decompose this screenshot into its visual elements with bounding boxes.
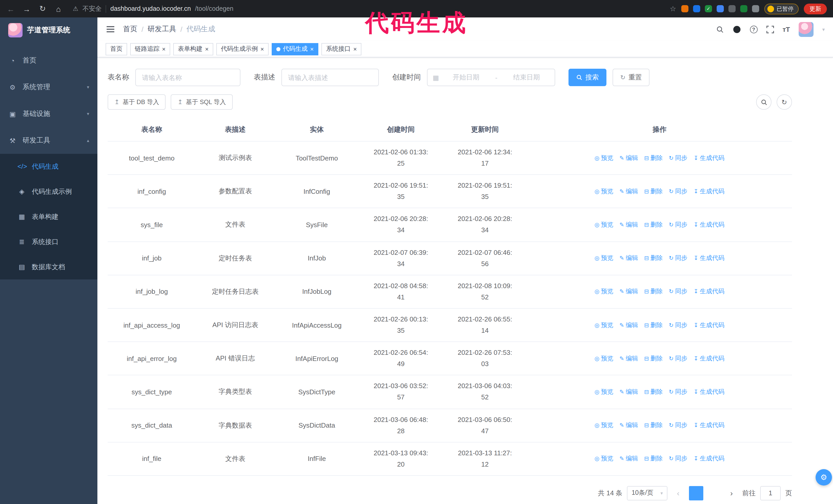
action-sync-link[interactable]: ↻同步 bbox=[669, 187, 687, 196]
forward-icon[interactable]: → bbox=[22, 4, 31, 13]
action-delete-link[interactable]: ⊟删除 bbox=[644, 287, 663, 296]
extension-puzzle-icon[interactable] bbox=[752, 5, 759, 12]
action-edit-link[interactable]: ✎编辑 bbox=[619, 153, 638, 162]
action-sync-link[interactable]: ↻同步 bbox=[669, 421, 687, 430]
action-delete-link[interactable]: ⊟删除 bbox=[644, 388, 663, 396]
action-download-link[interactable]: ↧生成代码 bbox=[694, 287, 724, 296]
tab-tag[interactable]: 链路追踪 × bbox=[130, 43, 170, 55]
chevron-down-icon[interactable]: ▾ bbox=[822, 26, 825, 32]
action-delete-link[interactable]: ⊟删除 bbox=[644, 153, 663, 162]
action-eye-link[interactable]: ◎预览 bbox=[595, 388, 613, 396]
action-eye-link[interactable]: ◎预览 bbox=[595, 153, 613, 162]
action-sync-link[interactable]: ↻同步 bbox=[669, 254, 687, 263]
next-page-button[interactable]: › bbox=[725, 489, 738, 498]
action-download-link[interactable]: ↧生成代码 bbox=[694, 187, 724, 196]
action-sync-link[interactable]: ↻同步 bbox=[669, 153, 687, 162]
action-eye-link[interactable]: ◎预览 bbox=[595, 287, 613, 296]
sidebar-subitem-api[interactable]: ≣ 系统接口 bbox=[0, 229, 97, 254]
github-icon[interactable] bbox=[732, 25, 741, 33]
action-edit-link[interactable]: ✎编辑 bbox=[619, 354, 638, 363]
action-edit-link[interactable]: ✎编辑 bbox=[619, 321, 638, 330]
action-eye-link[interactable]: ◎预览 bbox=[595, 220, 613, 229]
fullscreen-icon[interactable] bbox=[766, 25, 774, 33]
action-delete-link[interactable]: ⊟删除 bbox=[644, 455, 663, 463]
action-download-link[interactable]: ↧生成代码 bbox=[694, 455, 724, 463]
tab-tag[interactable]: 代码生成 × bbox=[272, 43, 318, 55]
sidebar-item-gear[interactable]: ⚙ 系统管理 ▾ bbox=[0, 74, 97, 100]
action-delete-link[interactable]: ⊟删除 bbox=[644, 220, 663, 229]
page-size-select[interactable]: 10条/页 ▾ bbox=[627, 486, 667, 500]
sidebar-subitem-example[interactable]: ◈ 代码生成示例 bbox=[0, 179, 97, 204]
collapse-menu-icon[interactable] bbox=[105, 24, 115, 34]
action-edit-link[interactable]: ✎编辑 bbox=[619, 455, 638, 463]
tab-tag[interactable]: 代码生成示例 × bbox=[216, 43, 269, 55]
action-download-link[interactable]: ↧生成代码 bbox=[694, 254, 724, 263]
home-icon[interactable]: ⌂ bbox=[54, 4, 63, 13]
user-avatar[interactable] bbox=[799, 22, 813, 37]
app-logo[interactable]: 芋道管理系统 bbox=[0, 18, 97, 43]
breadcrumb-tools[interactable]: 研发工具 bbox=[148, 25, 176, 34]
page-number-button[interactable] bbox=[689, 486, 703, 500]
action-sync-link[interactable]: ↻同步 bbox=[669, 287, 687, 296]
action-delete-link[interactable]: ⊟删除 bbox=[644, 354, 663, 363]
page-number-button[interactable] bbox=[706, 486, 721, 500]
reset-button[interactable]: ↻ 重置 bbox=[613, 69, 649, 86]
action-delete-link[interactable]: ⊟删除 bbox=[644, 321, 663, 330]
sidebar-item-tools[interactable]: ⚒ 研发工具 ▴ bbox=[0, 127, 97, 154]
paused-badge[interactable]: 已暂停 bbox=[764, 3, 799, 14]
import-sql-button[interactable]: ↥ 基于 SQL 导入 bbox=[171, 94, 233, 110]
tab-tag[interactable]: 系统接口 × bbox=[322, 43, 361, 55]
extension-green-leaf-icon[interactable] bbox=[740, 5, 747, 12]
action-edit-link[interactable]: ✎编辑 bbox=[619, 388, 638, 396]
action-eye-link[interactable]: ◎预览 bbox=[595, 321, 613, 330]
extension-dark-icon[interactable] bbox=[729, 5, 736, 12]
close-icon[interactable]: × bbox=[353, 46, 357, 52]
toggle-search-button[interactable] bbox=[756, 94, 771, 110]
sidebar-subitem-form[interactable]: ▦ 表单构建 bbox=[0, 204, 97, 229]
extension-blue-grid-icon[interactable] bbox=[717, 5, 724, 12]
close-icon[interactable]: × bbox=[260, 46, 264, 52]
action-delete-link[interactable]: ⊟删除 bbox=[644, 254, 663, 263]
refresh-table-button[interactable]: ↻ bbox=[777, 94, 792, 110]
action-download-link[interactable]: ↧生成代码 bbox=[694, 321, 724, 330]
date-range-picker[interactable]: ▦ 开始日期 - 结束日期 bbox=[427, 69, 555, 86]
sidebar-item-infrastructure[interactable]: ▣ 基础设施 ▾ bbox=[0, 100, 97, 127]
address-bar[interactable]: ⚠ 不安全 dashboard.yudao.iocoder.cn/tool/co… bbox=[73, 4, 234, 13]
back-icon[interactable]: ← bbox=[6, 4, 15, 13]
action-delete-link[interactable]: ⊟删除 bbox=[644, 187, 663, 196]
close-icon[interactable]: × bbox=[205, 46, 209, 52]
action-eye-link[interactable]: ◎预览 bbox=[595, 455, 613, 463]
action-sync-link[interactable]: ↻同步 bbox=[669, 321, 687, 330]
action-edit-link[interactable]: ✎编辑 bbox=[619, 187, 638, 196]
action-edit-link[interactable]: ✎编辑 bbox=[619, 220, 638, 229]
action-eye-link[interactable]: ◎预览 bbox=[595, 354, 613, 363]
action-sync-link[interactable]: ↻同步 bbox=[669, 220, 687, 229]
extension-orange-icon[interactable] bbox=[681, 5, 688, 12]
help-icon[interactable]: ? bbox=[750, 25, 757, 33]
tab-tag[interactable]: 表单构建 × bbox=[173, 43, 213, 55]
action-sync-link[interactable]: ↻同步 bbox=[669, 388, 687, 396]
close-icon[interactable]: × bbox=[162, 46, 166, 52]
action-download-link[interactable]: ↧生成代码 bbox=[694, 388, 724, 396]
breadcrumb-home[interactable]: 首页 bbox=[123, 25, 137, 34]
tab-tag[interactable]: 首页 bbox=[105, 43, 127, 55]
reload-icon[interactable]: ↻ bbox=[38, 4, 47, 13]
action-sync-link[interactable]: ↻同步 bbox=[669, 354, 687, 363]
search-icon[interactable] bbox=[716, 25, 723, 33]
update-button[interactable]: 更新 bbox=[804, 3, 827, 14]
floating-settings-button[interactable]: ⚙ bbox=[815, 469, 832, 485]
bookmark-star-icon[interactable]: ☆ bbox=[670, 5, 676, 13]
action-edit-link[interactable]: ✎编辑 bbox=[619, 421, 638, 430]
goto-page-input[interactable] bbox=[760, 486, 781, 500]
action-download-link[interactable]: ↧生成代码 bbox=[694, 153, 724, 162]
action-eye-link[interactable]: ◎预览 bbox=[595, 421, 613, 430]
sidebar-subitem-code[interactable]: </> 代码生成 bbox=[0, 154, 97, 179]
sidebar-subitem-database[interactable]: ▤ 数据库文档 bbox=[0, 254, 97, 280]
search-button[interactable]: 搜索 bbox=[569, 69, 606, 86]
action-download-link[interactable]: ↧生成代码 bbox=[694, 220, 724, 229]
font-size-icon[interactable]: тT bbox=[783, 25, 790, 33]
action-sync-link[interactable]: ↻同步 bbox=[669, 455, 687, 463]
action-download-link[interactable]: ↧生成代码 bbox=[694, 421, 724, 430]
action-download-link[interactable]: ↧生成代码 bbox=[694, 354, 724, 363]
table-name-input[interactable] bbox=[135, 69, 240, 86]
